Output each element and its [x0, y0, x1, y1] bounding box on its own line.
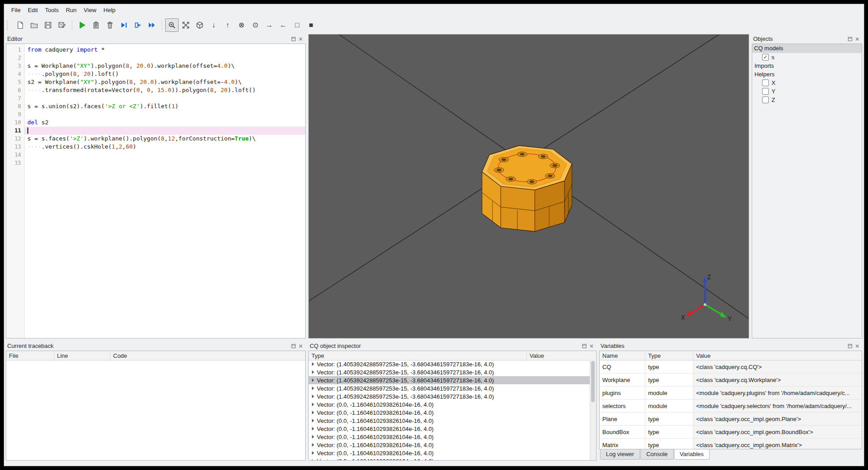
fit-view-button[interactable]: [165, 18, 179, 32]
code-line[interactable]: [25, 110, 305, 119]
column-header-type[interactable]: Type: [645, 351, 693, 360]
column-header-value[interactable]: Value: [693, 351, 862, 360]
float-panel-icon[interactable]: [290, 343, 297, 350]
variable-row[interactable]: pluginsmodule<module 'cadquery.plugins' …: [600, 387, 862, 400]
continue-button[interactable]: [145, 18, 158, 32]
code-line[interactable]: s = s.faces('>Z').workplane().polygon(8,…: [25, 135, 305, 143]
inspector-row[interactable]: Vector: (0.0, -1.1604610293826104e-16, 4…: [309, 400, 590, 409]
tree-item-helper-z[interactable]: Z: [752, 96, 862, 104]
expander-icon[interactable]: [312, 387, 314, 390]
new-file-button[interactable]: [13, 18, 27, 32]
expander-icon[interactable]: [312, 370, 314, 374]
variable-row[interactable]: BoundBoxtype<class 'cadquery.occ_impl.ge…: [600, 426, 862, 439]
editor-code[interactable]: from cadquery import *s = Workplane("XY"…: [25, 44, 305, 338]
menu-run[interactable]: Run: [62, 5, 80, 15]
code-line[interactable]: [25, 94, 305, 102]
tree-item-helper-x[interactable]: X: [752, 79, 862, 87]
helper-z-checkbox[interactable]: [762, 97, 769, 103]
inspector-row[interactable]: Vector: (1.4053924288597253e-15, -3.6804…: [309, 392, 590, 400]
stop-debug-button[interactable]: [103, 18, 117, 32]
variable-row[interactable]: Planetype<class 'cadquery.occ_impl.geom.…: [600, 413, 862, 426]
save-button[interactable]: [41, 18, 55, 32]
top-view-button[interactable]: ↓: [207, 18, 220, 32]
helper-x-checkbox[interactable]: [762, 79, 769, 86]
save-as-button[interactable]: [55, 18, 69, 32]
column-header-name[interactable]: Name: [600, 351, 645, 360]
expander-icon[interactable]: [312, 378, 314, 382]
close-panel-icon[interactable]: [854, 35, 861, 43]
expander-icon[interactable]: [312, 427, 314, 430]
fit-all-button[interactable]: [179, 18, 193, 32]
step-button[interactable]: [117, 18, 131, 32]
tree-group-cq-models[interactable]: CQ models: [752, 44, 862, 53]
scrollbar-thumb[interactable]: [591, 361, 595, 402]
tab-variables[interactable]: Variables: [674, 449, 710, 460]
cad-model-3d[interactable]: [482, 145, 572, 231]
viewport-3d[interactable]: X Y Z: [308, 34, 749, 338]
close-panel-icon[interactable]: [854, 343, 861, 350]
column-header-value[interactable]: Value: [527, 351, 596, 360]
expander-icon[interactable]: [312, 362, 314, 366]
front-view-button[interactable]: ⊗: [235, 18, 248, 32]
code-line[interactable]: [25, 54, 305, 62]
inspector-row[interactable]: Vector: (0.0, -1.1604610293826104e-16, 4…: [309, 409, 590, 417]
variable-row[interactable]: selectorsmodule<module 'cadquery.selecto…: [600, 400, 862, 413]
expander-icon[interactable]: [312, 443, 314, 447]
menu-view[interactable]: View: [80, 5, 100, 15]
menu-edit[interactable]: Edit: [24, 5, 41, 15]
code-line[interactable]: s2 = Workplane("XY").polygon(8, 20.0).wo…: [25, 78, 305, 86]
code-line[interactable]: [25, 159, 305, 167]
expander-icon[interactable]: [312, 435, 314, 439]
toolbar-handle[interactable]: [7, 20, 11, 30]
float-panel-icon[interactable]: [290, 35, 297, 43]
column-header-line[interactable]: Line: [54, 351, 110, 360]
tree-group-imports[interactable]: Imports: [752, 61, 862, 70]
close-panel-icon[interactable]: [297, 35, 304, 43]
code-line[interactable]: del s2: [25, 119, 305, 127]
inspector-row[interactable]: Vector: (0.0, -1.1604610293826104e-16, 4…: [309, 449, 590, 457]
inspector-row[interactable]: Vector: (0.0, -1.1604610293826104e-16, 4…: [309, 425, 590, 433]
model-checkbox[interactable]: ✓: [762, 54, 769, 61]
debug-button[interactable]: [89, 18, 103, 32]
inspector-row[interactable]: Vector: (1.4053924288597253e-15, -3.6804…: [309, 368, 590, 376]
right-view-button[interactable]: ←: [276, 18, 290, 32]
inspector-row[interactable]: Vector: (1.4053924288597253e-15, -3.6804…: [309, 376, 590, 384]
float-panel-icon[interactable]: [846, 343, 854, 350]
menu-help[interactable]: Help: [100, 5, 119, 15]
shaded-button[interactable]: ■: [304, 18, 318, 32]
column-header-code[interactable]: Code: [110, 351, 305, 360]
inspector-scrollbar[interactable]: [590, 360, 596, 460]
float-panel-icon[interactable]: [846, 35, 854, 43]
back-view-button[interactable]: ⊙: [249, 18, 262, 32]
close-panel-icon[interactable]: [588, 343, 595, 350]
inspector-row[interactable]: Vector: (1.4053924288597253e-15, -3.6804…: [309, 384, 590, 392]
code-line[interactable]: from cadquery import *: [25, 46, 305, 54]
column-header-file[interactable]: File: [6, 351, 54, 360]
left-view-button[interactable]: →: [263, 18, 276, 32]
code-line[interactable]: s = Workplane("XY").polygon(8, 20.0).wor…: [25, 62, 305, 70]
expander-icon[interactable]: [312, 411, 314, 414]
tree-group-helpers[interactable]: Helpers: [752, 70, 862, 79]
close-panel-icon[interactable]: [297, 343, 304, 350]
tab-console[interactable]: Console: [640, 449, 674, 460]
iso-view-button[interactable]: [193, 18, 206, 32]
column-header-type[interactable]: Type: [309, 351, 527, 360]
expander-icon[interactable]: [312, 459, 314, 460]
open-file-button[interactable]: [27, 18, 41, 32]
inspector-row[interactable]: Vector: (0.0, -1.1604610293826104e-16, 4…: [309, 441, 590, 449]
render-button[interactable]: [75, 18, 89, 32]
code-line[interactable]: ····.polygon(8, 20).loft(): [25, 70, 305, 78]
variable-row[interactable]: CQtype<class 'cadquery.cq.CQ'>: [600, 360, 862, 373]
inspector-row[interactable]: Vector: (0.0, -1.1604610293826104e-16, 4…: [309, 417, 590, 425]
tree-item-model-s[interactable]: ✓ s: [752, 53, 862, 61]
menu-tools[interactable]: Tools: [41, 5, 62, 15]
helper-y-checkbox[interactable]: [762, 88, 769, 95]
code-editor[interactable]: 123456789101112131415 from cadquery impo…: [6, 44, 306, 338]
expander-icon[interactable]: [312, 403, 314, 406]
variable-row[interactable]: Matrixtype<class 'cadquery.occ_impl.geom…: [600, 439, 862, 449]
code-line[interactable]: [25, 127, 305, 135]
bottom-view-button[interactable]: ↑: [221, 18, 234, 32]
step-into-button[interactable]: [131, 18, 145, 32]
code-line[interactable]: [25, 151, 305, 159]
inspector-row[interactable]: Vector: (0.0, -1.1604610293826104e-16, 4…: [309, 457, 590, 460]
